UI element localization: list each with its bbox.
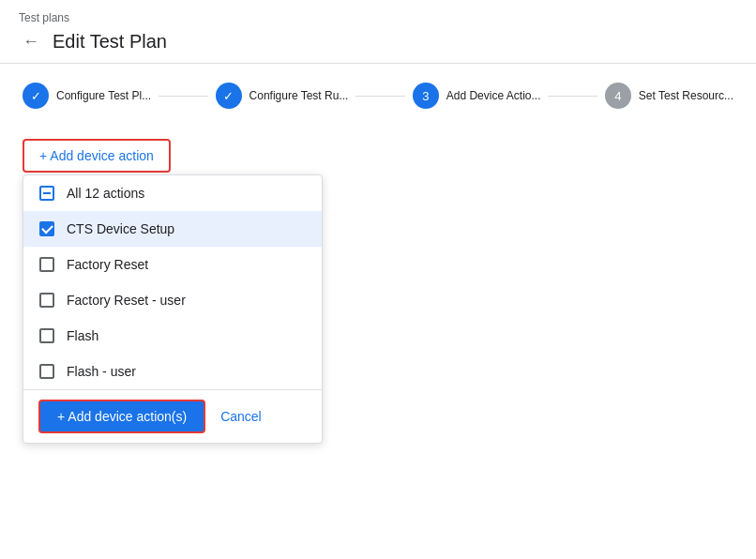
page-container: Test plans ← Edit Test Plan ✓ Configure …: [0, 0, 756, 559]
step-4-number: 4: [614, 89, 621, 103]
step-1-circle: ✓: [23, 83, 49, 109]
breadcrumb: Test plans: [19, 11, 737, 24]
item-label: Factory Reset: [67, 257, 148, 272]
flash-checkbox[interactable]: [38, 327, 55, 344]
checked-icon: [39, 221, 54, 236]
item-label: CTS Device Setup: [67, 221, 174, 236]
step-3-label: Add Device Actio...: [446, 89, 541, 102]
cts-checkbox[interactable]: [38, 220, 55, 237]
step-1-check-icon: ✓: [31, 89, 41, 103]
step-4-circle: 4: [605, 83, 631, 109]
step-3-circle: 3: [413, 83, 439, 109]
item-label: Flash: [67, 328, 98, 343]
step-1-label: Configure Test Pl...: [56, 89, 151, 102]
actions-list: All 12 actions CTS Device Setup Factory …: [23, 175, 322, 389]
back-arrow-icon: ←: [23, 32, 39, 52]
factory-reset-checkbox[interactable]: [38, 256, 55, 273]
all-actions-item[interactable]: All 12 actions: [23, 175, 322, 211]
step-2-circle: ✓: [216, 83, 242, 109]
list-item[interactable]: Factory Reset - user: [23, 282, 322, 318]
dropdown-panel: All 12 actions CTS Device Setup Factory …: [23, 174, 323, 444]
step-connector-3: [548, 96, 597, 97]
step-3[interactable]: 3 Add Device Actio...: [413, 83, 541, 109]
item-label: Factory Reset - user: [67, 293, 186, 308]
add-device-action-button[interactable]: + Add device action: [23, 139, 171, 173]
header: Test plans ← Edit Test Plan: [0, 0, 756, 64]
step-2-label: Configure Test Ru...: [249, 89, 349, 102]
step-connector-1: [159, 96, 207, 97]
factory-reset-user-checkbox[interactable]: [38, 292, 55, 309]
all-actions-label: All 12 actions: [67, 186, 144, 201]
unchecked-icon: [39, 293, 54, 308]
step-4[interactable]: 4 Set Test Resourc...: [605, 83, 733, 109]
list-item[interactable]: Flash: [23, 318, 322, 354]
back-button[interactable]: ←: [19, 28, 43, 55]
unchecked-icon: [39, 257, 54, 272]
all-actions-checkbox[interactable]: [38, 185, 55, 202]
add-action-label: + Add device action: [39, 148, 154, 163]
main-content: + Add device action All 12 actions CTS D…: [0, 124, 756, 459]
stepper: ✓ Configure Test Pl... ✓ Configure Test …: [0, 64, 756, 124]
list-item[interactable]: Flash - user: [23, 354, 322, 389]
dropdown-footer: + Add device action(s) Cancel: [23, 389, 322, 443]
list-item[interactable]: CTS Device Setup: [23, 211, 322, 247]
cancel-button[interactable]: Cancel: [217, 401, 265, 431]
page-title-row: ← Edit Test Plan: [19, 28, 737, 55]
step-connector-2: [355, 96, 404, 97]
page-title: Edit Test Plan: [53, 31, 167, 53]
step-2-check-icon: ✓: [223, 89, 234, 103]
cancel-label: Cancel: [220, 409, 262, 424]
list-item[interactable]: Factory Reset: [23, 247, 322, 282]
unchecked-icon: [39, 364, 54, 379]
indeterminate-icon: [39, 186, 54, 201]
step-4-label: Set Test Resourc...: [639, 89, 733, 102]
step-3-number: 3: [422, 89, 429, 103]
step-2[interactable]: ✓ Configure Test Ru...: [216, 83, 349, 109]
flash-user-checkbox[interactable]: [38, 363, 55, 380]
step-1[interactable]: ✓ Configure Test Pl...: [23, 83, 151, 109]
add-actions-label: + Add device action(s): [57, 409, 187, 424]
item-label: Flash - user: [67, 364, 136, 379]
add-device-actions-submit-button[interactable]: + Add device action(s): [38, 400, 205, 433]
unchecked-icon: [39, 328, 54, 343]
